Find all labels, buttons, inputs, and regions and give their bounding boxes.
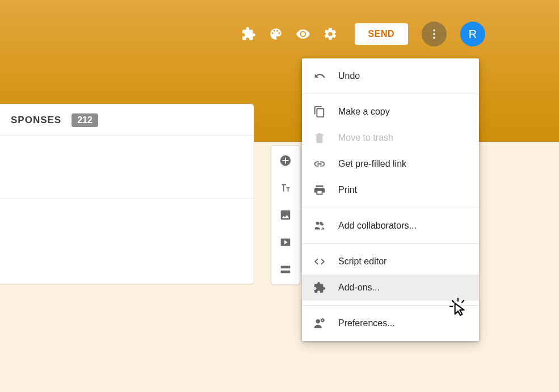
menu-item-label: Make a copy [338,107,390,117]
link-icon [313,158,326,170]
menu-item-print[interactable]: Print [302,177,479,203]
card-divider [0,198,254,199]
svg-point-0 [433,29,435,32]
trash-icon [313,132,326,144]
menu-separator [302,94,479,94]
menu-item-label: Add-ons... [338,283,380,293]
svg-rect-7 [281,271,291,273]
palette-icon[interactable] [267,26,284,43]
svg-point-2 [433,37,435,39]
svg-point-1 [433,33,435,35]
code-icon [313,255,326,268]
menu-item-prefilled-link[interactable]: Get pre-filled link [302,151,479,177]
svg-point-8 [316,319,320,323]
undo-icon [313,70,326,82]
avatar[interactable]: R [460,22,485,47]
add-video-icon[interactable] [279,235,292,249]
menu-item-move-trash: Move to trash [302,125,479,151]
svg-rect-6 [281,266,291,269]
menu-item-label: Add collaborators... [338,221,417,231]
add-image-icon[interactable] [279,208,292,222]
cursor-indicator [448,297,468,318]
copy-icon [313,106,326,118]
menu-item-label: Script editor [338,256,386,267]
add-question-icon[interactable] [279,154,292,167]
tabs-row: SPONSES 212 [0,104,254,136]
addons-icon[interactable] [240,26,257,43]
print-icon [313,184,326,196]
menu-item-make-copy[interactable]: Make a copy [302,99,479,125]
menu-separator [302,243,479,244]
add-title-icon[interactable] [279,181,292,195]
menu-item-add-collaborators[interactable]: Add collaborators... [302,213,479,239]
svg-rect-5 [283,160,289,161]
people-add-icon [313,220,326,232]
menu-item-label: Print [338,185,357,195]
add-section-icon[interactable] [279,263,292,276]
menu-item-label: Preferences... [338,318,395,328]
menu-item-label: Move to trash [338,133,393,143]
preferences-icon [313,317,326,330]
settings-icon[interactable] [322,26,339,43]
responses-tab[interactable]: SPONSES [11,115,61,126]
header-toolbar: SEND R [240,22,485,47]
svg-line-10 [452,300,454,302]
menu-item-label: Undo [338,71,360,81]
puzzle-icon [313,281,326,294]
menu-separator [302,208,479,208]
send-button[interactable]: SEND [355,23,408,45]
more-menu-button[interactable] [422,22,447,47]
menu-item-undo[interactable]: Undo [302,63,479,89]
question-toolbar [271,145,300,285]
form-card: SPONSES 212 [0,104,254,284]
svg-line-12 [461,300,464,302]
menu-item-script-editor[interactable]: Script editor [302,248,479,275]
responses-count-badge: 212 [72,113,98,127]
preview-icon[interactable] [295,26,312,43]
menu-item-label: Get pre-filled link [338,159,406,169]
